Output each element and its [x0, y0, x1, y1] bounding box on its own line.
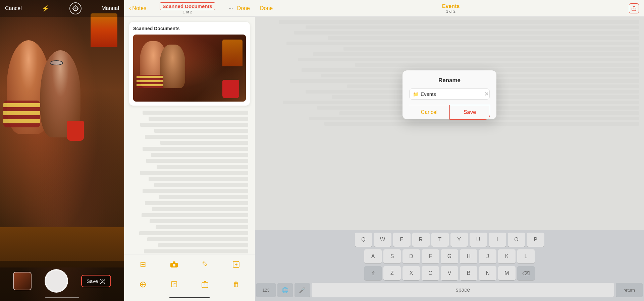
camera-mode-icon[interactable] — [69, 2, 82, 14]
notes-back-button[interactable]: ‹ Notes — [129, 5, 146, 11]
back-label[interactable]: Notes — [132, 5, 146, 11]
rename-folder-icon: 📁 — [413, 92, 419, 97]
svg-point-7 — [173, 264, 175, 266]
scanned-doc-subtitle: 1 of 2 — [183, 10, 192, 14]
notes-content: Scanned Documents — [124, 17, 255, 254]
flash-icon[interactable]: ⚡ — [42, 5, 49, 12]
rename-clear-icon[interactable]: ✕ — [484, 91, 489, 97]
rename-input-field[interactable] — [421, 91, 484, 97]
camera-panel: Cancel ⚡ Manual Save (2) — [0, 0, 124, 301]
last-photo-thumbnail[interactable] — [13, 272, 32, 290]
camera-viewfinder — [0, 0, 124, 301]
save-button[interactable]: Save (2) — [81, 275, 111, 287]
svg-point-1 — [74, 7, 76, 9]
notes-toolbar: ⊟ ✎ — [124, 254, 255, 274]
shutter-button[interactable] — [45, 269, 68, 293]
doc-thumbnail[interactable] — [133, 35, 246, 102]
notes-header: ‹ Notes Scanned Documents 1 of 2 ··· Don… — [124, 0, 255, 17]
rename-overlay: Rename 📁 ✕ Cancel Save — [255, 17, 644, 301]
home-indicator — [45, 297, 79, 298]
rename-modal: Rename 📁 ✕ Cancel Save — [402, 70, 496, 119]
filter-icon[interactable]: ⊟ — [137, 258, 149, 270]
notes-done-button[interactable]: Done — [237, 5, 250, 11]
back-chevron-icon: ‹ — [129, 5, 131, 11]
events-title-area: Events 1 of 2 — [442, 3, 460, 13]
rename-actions: Cancel Save — [409, 105, 490, 119]
pen-icon[interactable]: ✎ — [199, 258, 211, 270]
svg-rect-8 — [173, 261, 175, 263]
camera-header: Cancel ⚡ Manual — [0, 0, 124, 17]
events-done-button[interactable]: Done — [260, 5, 273, 11]
camera-manual-button[interactable]: Manual — [101, 5, 119, 11]
notes-toolbar-bottom: ⊕ 🗑 — [124, 274, 255, 294]
camera-footer: Save (2) — [0, 261, 124, 301]
notes-home-indicator — [124, 294, 255, 301]
delete-icon[interactable]: 🗑 — [230, 278, 242, 290]
notes-title-area: Scanned Documents 1 of 2 — [160, 2, 215, 14]
doc-card-title: Scanned Documents — [133, 26, 246, 31]
rename-cancel-button[interactable]: Cancel — [409, 105, 449, 119]
events-header: Done Events 1 of 2 — [255, 0, 644, 17]
camera-cancel-button[interactable]: Cancel — [5, 5, 22, 11]
camera-icon[interactable] — [168, 258, 180, 270]
crop-icon[interactable] — [168, 278, 180, 290]
rename-save-button[interactable]: Save — [449, 105, 490, 120]
scanned-doc-title: Scanned Documents — [160, 2, 215, 10]
scanned-doc-card: Scanned Documents — [129, 22, 250, 106]
share-icon[interactable] — [199, 278, 211, 290]
events-subtitle: 1 of 2 — [446, 9, 455, 13]
add-icon[interactable]: ⊕ — [137, 278, 149, 290]
events-panel: Done Events 1 of 2 — [255, 0, 644, 301]
share-button[interactable] — [629, 3, 639, 13]
events-content: Rename 📁 ✕ Cancel Save — [255, 17, 644, 301]
compose-icon[interactable] — [230, 258, 242, 270]
rename-input-row: 📁 ✕ — [409, 88, 490, 100]
events-title: Events — [442, 3, 460, 9]
svg-rect-12 — [171, 282, 177, 287]
more-options-icon[interactable]: ··· — [228, 5, 233, 11]
persian-text-area — [129, 111, 250, 253]
rename-title: Rename — [409, 77, 490, 84]
notes-panel: ‹ Notes Scanned Documents 1 of 2 ··· Don… — [124, 0, 255, 301]
